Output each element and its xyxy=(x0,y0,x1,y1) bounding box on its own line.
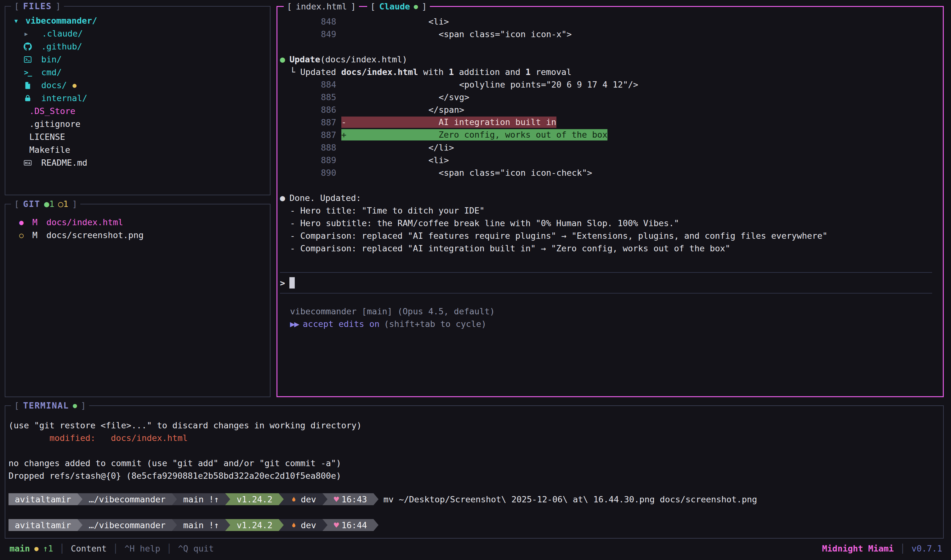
terminal-output: (use "git restore <file>..." to discard … xyxy=(5,406,943,531)
file-row-docs-dir[interactable]: docs/ ● xyxy=(5,79,270,92)
file-row-bin-dir[interactable]: bin/ xyxy=(5,53,270,66)
assistant-message: ●Done. Updated: xyxy=(280,191,937,204)
file-row-claude-dir[interactable]: ▸ .claude/ xyxy=(5,27,270,40)
file-row-makefile[interactable]: Makefile xyxy=(5,143,270,156)
git-title: GIT xyxy=(23,198,40,211)
unstaged-count-badge: ○1 xyxy=(58,198,69,211)
powerline-user: avitaltamir xyxy=(9,519,77,531)
shell-command: mv ~/Desktop/Screenshot\ 2025-12-06\ at\… xyxy=(383,494,757,504)
terminal-output-line: Dropped refs/stash@{0} (8e5cfa9290881e2b… xyxy=(9,469,937,482)
terminal-panel-title: [ TERMINAL ● ] xyxy=(11,399,89,412)
folder-label: bin/ xyxy=(41,54,62,64)
heart-icon: ♥ xyxy=(334,494,339,504)
diff-line-removed: 887- AI integration built in xyxy=(280,116,937,129)
git-entry-screenshot-png[interactable]: ○ M docs/screenshot.png xyxy=(19,229,270,242)
file-label: Makefile xyxy=(29,145,70,155)
result-corner-icon: └ xyxy=(290,67,295,77)
folder-label: docs/ xyxy=(41,80,67,90)
shell-prompt-row-active[interactable]: avitaltamir …/vibecommander main !↑ v1.2… xyxy=(9,519,937,531)
git-panel: [ GIT ●1 ○1 ] ● M docs/index.html ○ M do… xyxy=(5,204,271,397)
file-row-license[interactable]: LICENSE xyxy=(5,131,270,143)
powerline-user: avitaltamir xyxy=(9,493,77,505)
chevron-right-icon[interactable]: ▸ xyxy=(24,29,33,38)
file-row-gitignore[interactable]: .gitignore xyxy=(5,117,270,131)
folder-label: cmd/ xyxy=(41,68,62,77)
powerline-separator-icon xyxy=(77,493,83,505)
separator: │ xyxy=(166,544,172,553)
text-cursor xyxy=(289,277,295,289)
file-row-cmd-dir[interactable]: >_ cmd/ xyxy=(5,66,270,79)
heart-icon: ♥ xyxy=(334,520,339,530)
bracket: ] xyxy=(422,0,427,13)
permission-mode[interactable]: ▶▶accept edits on(shift+tab to cycle) xyxy=(280,317,937,330)
mode-arrows-icon: ▶▶ xyxy=(290,319,299,329)
tab-index-html[interactable]: [index.html] xyxy=(284,0,359,13)
tool-call-update: ●Update(docs/index.html) xyxy=(280,53,937,66)
file-row-readme[interactable]: README.md xyxy=(5,156,270,169)
shell-prompt-row: avitaltamir …/vibecommander main !↑ v1.2… xyxy=(9,493,937,506)
file-label: .DS_Store xyxy=(29,106,75,116)
diff-context-line: 889 <li> xyxy=(280,154,937,166)
powerline-separator-icon xyxy=(279,493,284,505)
dirty-dot-icon: ● xyxy=(34,545,38,552)
file-row-internal-dir[interactable]: internal/ xyxy=(5,92,270,105)
file-row-github-dir[interactable]: .github/ xyxy=(5,40,270,53)
tab-claude[interactable]: [Claude●] xyxy=(367,0,430,13)
bracket: [ xyxy=(14,198,19,211)
powerline-separator-icon xyxy=(225,519,230,531)
powerline-directory: …/vibecommander xyxy=(83,493,172,505)
git-panel-title: [ GIT ●1 ○1 ] xyxy=(11,198,80,211)
powerline-separator-icon xyxy=(374,493,379,505)
tool-result-summary: └ Updated docs/index.html with 1 additio… xyxy=(280,66,937,78)
powerline-directory: …/vibecommander xyxy=(83,519,172,531)
bracket: ] xyxy=(351,0,356,13)
editor-tabs: [index.html] [Claude●] xyxy=(284,0,430,13)
bracket: [ xyxy=(287,0,292,13)
git-entry-index-html[interactable]: ● M docs/index.html xyxy=(19,216,270,229)
lock-icon xyxy=(23,94,32,103)
files-panel-title: [ FILES ] xyxy=(11,0,64,12)
folder-label: .github/ xyxy=(41,42,82,51)
separator: │ xyxy=(113,544,118,553)
powerline-version: v1.24.2 xyxy=(230,519,279,531)
file-row-ds-store[interactable]: .DS_Store xyxy=(5,105,270,117)
powerline-time: ♥16:43 xyxy=(328,493,374,505)
tool-dot-icon: ● xyxy=(280,54,285,64)
branch-indicator: main xyxy=(9,544,30,553)
terminal-panel[interactable]: [ TERMINAL ● ] (use "git restore <file>.… xyxy=(5,405,944,538)
powerline-separator-icon xyxy=(172,519,177,531)
tab-label: index.html xyxy=(296,0,347,13)
assistant-list-item: - Comparison: replaced "AI features requ… xyxy=(280,229,937,242)
github-icon xyxy=(23,42,32,51)
terminal-title: TERMINAL xyxy=(23,399,69,412)
terminal-output-line: no changes added to commit (use "git add… xyxy=(9,457,937,469)
files-title: FILES xyxy=(23,0,52,12)
bracket: [ xyxy=(14,399,19,412)
chevron-down-icon[interactable]: ▾ xyxy=(14,16,23,26)
assistant-list-item: - Hero title: "Time to ditch your IDE" xyxy=(280,204,937,217)
folder-label: internal/ xyxy=(41,93,87,103)
terminal-window-icon xyxy=(23,55,32,64)
modified-dot: ● xyxy=(72,82,77,89)
file-row-vibecommander[interactable]: ▾ vibecommander/ xyxy=(5,14,270,27)
shell-prompt-icon: >_ xyxy=(23,68,32,77)
prompt-symbol: > xyxy=(280,278,285,288)
document-icon xyxy=(23,81,32,90)
help-hint: ^H help xyxy=(125,544,160,553)
diff-context-line: 886 </span> xyxy=(280,103,937,116)
staged-dot-icon: ● xyxy=(19,218,24,226)
bracket: [ xyxy=(370,0,375,13)
bracket: ] xyxy=(72,198,77,211)
powerline-git-branch: main !↑ xyxy=(177,493,225,505)
fire-icon xyxy=(290,521,298,529)
powerline-git-branch: main !↑ xyxy=(177,519,225,531)
staged-count-badge: ●1 xyxy=(44,198,54,211)
unstaged-dot-icon: ○ xyxy=(19,231,24,239)
diff-context-line: 890 <span class="icon icon-check"> xyxy=(280,166,937,179)
status-bar: main ● ↑1 │ Content │ ^H help │ ^Q quit … xyxy=(0,538,951,560)
diff-context-line: 888 </li> xyxy=(280,141,937,154)
separator: │ xyxy=(900,544,905,553)
folder-label: vibecommander/ xyxy=(26,16,97,26)
prompt-input[interactable]: > xyxy=(280,272,932,294)
claude-panel: [index.html] [Claude●] 848 <li> 849 <spa… xyxy=(277,6,944,397)
